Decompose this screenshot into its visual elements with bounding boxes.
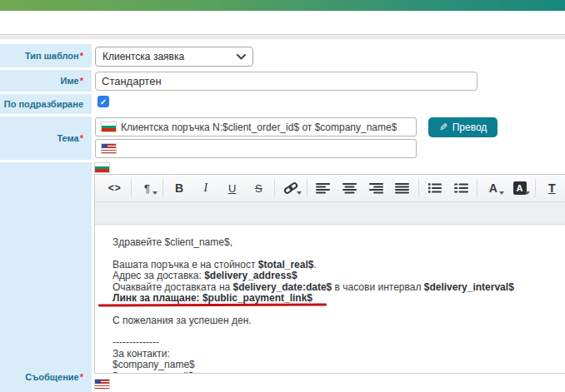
total-real-variable: $total_real$ bbox=[258, 259, 314, 270]
toolbar-divider bbox=[477, 179, 478, 197]
top-gradient-bar bbox=[0, 0, 565, 11]
translate-button-label: Превод bbox=[452, 122, 488, 133]
company-name-line: $company_name$ bbox=[112, 360, 557, 371]
toolbar-second-row bbox=[95, 202, 565, 225]
message-label: Съобщение* bbox=[0, 162, 92, 392]
panel-divider bbox=[0, 34, 565, 39]
email-template-form: Тип шаблон* Име* По подразбиране Тема* С… bbox=[0, 0, 565, 392]
company-email-line: $company_email$ bbox=[112, 371, 557, 374]
bullet-list-button[interactable] bbox=[422, 176, 448, 200]
template-type-label: Тип шаблон* bbox=[0, 44, 92, 67]
red-annotation-underline bbox=[98, 303, 327, 306]
align-left-icon bbox=[316, 182, 330, 194]
default-label: По подразбиране bbox=[0, 94, 92, 114]
align-center-button[interactable] bbox=[337, 176, 363, 200]
align-justify-icon bbox=[395, 182, 409, 194]
delivery-interval-variable: $delivery_interval$ bbox=[424, 281, 514, 293]
order-line: Вашата поръчка е на стойност $total_real… bbox=[112, 260, 557, 271]
toolbar-divider bbox=[418, 179, 419, 197]
payment-link-line: Линк за плащане: $public_payment_link$ bbox=[112, 293, 557, 305]
toolbar-divider bbox=[307, 179, 308, 197]
delivery-address-variable: $delivery_address$ bbox=[204, 270, 297, 281]
caret-down-icon bbox=[297, 191, 302, 195]
name-label: Име* bbox=[0, 70, 92, 92]
separator-line: -------------- bbox=[112, 337, 557, 349]
ordered-list-icon bbox=[454, 182, 468, 194]
translate-button[interactable]: ✎ Превод bbox=[428, 117, 498, 137]
code-view-button[interactable]: <> bbox=[102, 176, 128, 200]
toolbar-divider bbox=[131, 179, 132, 197]
subject-label: Тема* bbox=[0, 117, 92, 160]
message-body[interactable]: Здравейте $client_name$, Вашата поръчка … bbox=[95, 225, 565, 373]
align-left-button[interactable] bbox=[310, 176, 337, 200]
name-input[interactable] bbox=[95, 72, 478, 91]
align-right-button[interactable] bbox=[362, 176, 389, 200]
delivery-line: Очаквайте доставката на $delivery_date:d… bbox=[112, 282, 557, 294]
toolbar-divider bbox=[274, 179, 275, 197]
toolbar-divider bbox=[535, 179, 536, 197]
caret-down-icon bbox=[152, 191, 158, 195]
subject-input-bg[interactable]: Клиентска поръчка N:$client_order_id$ от… bbox=[95, 117, 417, 136]
default-checkbox[interactable]: ✓ bbox=[98, 96, 109, 107]
contacts-label-line: За контакти: bbox=[112, 349, 557, 360]
greeting-line: Здравейте $client_name$, bbox=[112, 237, 557, 249]
underline-button[interactable]: U bbox=[219, 176, 246, 200]
align-justify-button[interactable] bbox=[389, 176, 416, 200]
strikethrough-button[interactable]: S bbox=[245, 176, 272, 200]
template-type-selected-value: Клиентска заявка bbox=[102, 51, 237, 62]
link-button[interactable] bbox=[278, 176, 304, 200]
font-color-button[interactable]: A bbox=[480, 176, 507, 200]
us-flag-icon bbox=[102, 144, 116, 153]
subject-input-en[interactable] bbox=[95, 139, 417, 158]
paragraph-format-button[interactable]: ¶ bbox=[134, 176, 161, 200]
align-right-icon bbox=[369, 182, 383, 194]
template-type-select[interactable]: Клиентска заявка bbox=[95, 47, 253, 67]
message-editor: <> ¶ B I U S bbox=[94, 174, 565, 374]
subject-bg-value: Клиентска поръчка N:$client_order_id$ от… bbox=[121, 122, 397, 133]
bullet-list-icon bbox=[428, 182, 442, 194]
background-color-button[interactable]: A bbox=[507, 176, 533, 200]
caret-down-icon bbox=[525, 191, 530, 195]
editor-bulgarian-flag-icon[interactable] bbox=[95, 163, 109, 172]
editor-us-flag-icon[interactable] bbox=[95, 380, 109, 389]
delivery-date-variable: $delivery_date:date$ bbox=[233, 281, 332, 293]
bold-button[interactable]: B bbox=[166, 176, 192, 200]
bulgarian-flag-icon bbox=[102, 122, 116, 131]
chevron-down-icon bbox=[237, 54, 246, 60]
align-center-icon bbox=[342, 182, 357, 194]
caret-down-icon bbox=[499, 191, 504, 195]
address-line: Адрес за доставка: $delivery_address$ bbox=[112, 270, 557, 282]
italic-button[interactable]: I bbox=[192, 176, 219, 200]
checkmark-icon: ✓ bbox=[100, 97, 107, 107]
editor-toolbar: <> ¶ B I U S bbox=[95, 175, 565, 202]
toolbar-divider bbox=[162, 179, 163, 197]
pencil-icon: ✎ bbox=[439, 122, 448, 133]
ordered-list-button[interactable] bbox=[448, 176, 474, 200]
closing-line: С пожелания за успешен ден. bbox=[112, 315, 557, 327]
font-size-button[interactable]: T bbox=[538, 176, 565, 200]
